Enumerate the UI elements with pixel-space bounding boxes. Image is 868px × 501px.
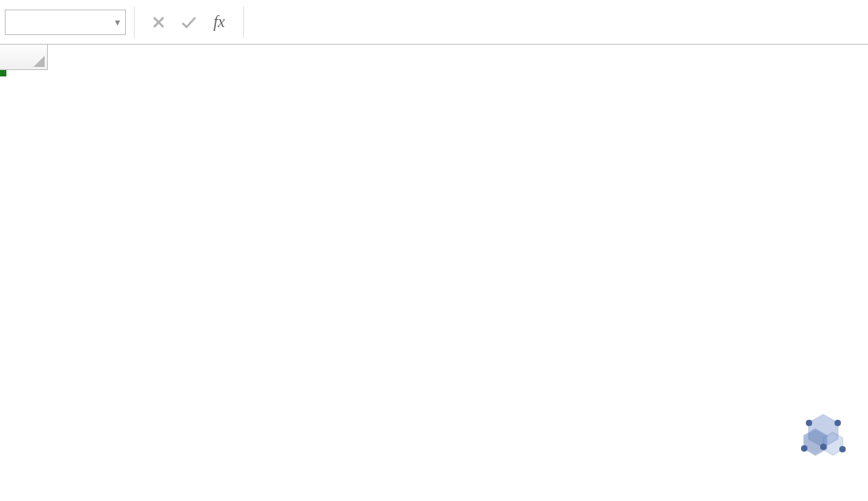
svg-marker-2 [823, 433, 842, 455]
enter-icon[interactable] [179, 13, 198, 32]
spreadsheet-grid [0, 45, 868, 501]
formula-input[interactable] [247, 8, 868, 37]
divider [134, 6, 135, 38]
select-all-corner[interactable] [0, 45, 48, 70]
cancel-icon[interactable] [149, 13, 168, 32]
name-box[interactable]: ▼ [5, 10, 126, 35]
cell-selection [0, 70, 5, 75]
formula-bar-buttons: fx [138, 13, 240, 32]
chevron-down-icon[interactable]: ▼ [113, 18, 122, 27]
fx-icon[interactable]: fx [210, 13, 229, 32]
watermark-logo [791, 405, 860, 469]
fill-handle[interactable] [0, 70, 6, 76]
svg-point-4 [835, 420, 841, 426]
svg-point-6 [801, 445, 807, 452]
column-headers [0, 45, 868, 70]
svg-point-7 [839, 446, 846, 452]
divider [243, 6, 244, 38]
hexagon-icon [791, 405, 855, 469]
svg-point-5 [820, 444, 827, 450]
svg-point-3 [806, 420, 812, 426]
formula-bar: ▼ fx [0, 0, 868, 45]
